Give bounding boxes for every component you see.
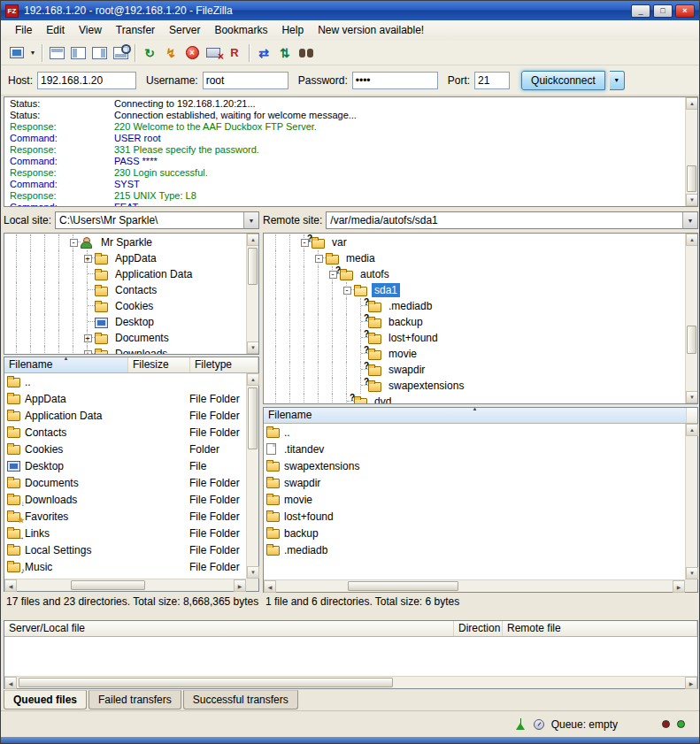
collapse-icon[interactable]: - xyxy=(70,239,78,247)
tree-item[interactable]: +Documents xyxy=(10,330,246,346)
scroll-down-icon[interactable]: ▼ xyxy=(686,567,698,579)
column-header-filename[interactable]: Filename▲ xyxy=(264,408,687,423)
tree-item[interactable]: +Downloads xyxy=(10,346,246,354)
scroll-left-icon[interactable]: ◀ xyxy=(4,579,17,592)
collapse-icon[interactable]: - xyxy=(315,255,323,263)
tree-item[interactable]: +AppData xyxy=(10,250,246,266)
username-input[interactable] xyxy=(203,72,288,89)
tree-item[interactable]: ?movie xyxy=(269,346,685,362)
file-row[interactable]: AppDataFile Folder xyxy=(4,390,246,407)
toggle-message-log-button[interactable] xyxy=(46,43,67,63)
file-row[interactable]: .. xyxy=(264,424,685,441)
scrollbar-thumb[interactable] xyxy=(687,326,696,354)
scroll-left-icon[interactable]: ◀ xyxy=(4,677,17,689)
synchronized-browsing-button[interactable]: ⇅ xyxy=(274,43,296,63)
local-list-hscrollbar[interactable]: ◀ ▶ xyxy=(4,579,246,591)
reconnect-button[interactable]: R xyxy=(224,43,245,63)
tree-item[interactable]: ?.mediadb xyxy=(269,298,685,314)
toggle-local-tree-button[interactable] xyxy=(67,43,88,63)
menu-item-view[interactable]: View xyxy=(72,20,109,41)
disconnect-button[interactable] xyxy=(203,43,224,63)
expand-icon[interactable]: + xyxy=(84,255,92,263)
tree-item[interactable]: -media xyxy=(269,250,685,266)
column-header-server-local-file[interactable]: Server/Local file xyxy=(4,621,454,636)
column-header-remote-file[interactable]: Remote file xyxy=(503,621,697,636)
file-row[interactable]: .titandev xyxy=(264,441,685,457)
file-row[interactable]: ContactsFile Folder xyxy=(4,424,246,441)
menu-item-bookmarks[interactable]: Bookmarks xyxy=(207,20,274,41)
remote-tree-scrollbar[interactable]: ▲ ▼ xyxy=(685,234,697,403)
tree-item[interactable]: ?backup xyxy=(269,314,685,330)
scroll-left-icon[interactable]: ◀ xyxy=(264,580,276,593)
menu-item-server[interactable]: Server xyxy=(162,20,207,41)
menu-item-help[interactable]: Help xyxy=(274,20,311,41)
tree-item[interactable]: ?swapdir xyxy=(269,362,685,378)
local-site-combo[interactable]: C:\Users\Mr Sparkle\ ▼ xyxy=(55,211,259,229)
scrollbar-thumb[interactable] xyxy=(19,678,393,687)
local-list-vscrollbar[interactable]: ▲ ▼ xyxy=(246,373,258,579)
host-input[interactable] xyxy=(37,72,136,89)
tab-successful-transfers[interactable]: Successful transfers xyxy=(183,690,298,709)
process-queue-button[interactable]: ↯ xyxy=(160,43,181,63)
file-row[interactable]: ★FavoritesFile Folder xyxy=(4,508,246,525)
port-input[interactable] xyxy=(474,72,510,89)
toggle-transfer-queue-button[interactable] xyxy=(110,43,131,63)
file-row[interactable]: backup xyxy=(264,525,685,541)
scroll-up-icon[interactable]: ▲ xyxy=(247,373,259,386)
file-row[interactable]: swapdir xyxy=(264,474,685,491)
scrollbar-thumb[interactable] xyxy=(687,165,696,192)
file-row[interactable]: Application DataFile Folder xyxy=(4,407,246,424)
tree-item[interactable]: Application Data xyxy=(10,266,246,282)
remote-list-hscrollbar[interactable]: ◀ ▶ xyxy=(264,579,685,592)
speed-limits-icon[interactable] xyxy=(534,719,544,730)
file-row[interactable]: →LinksFile Folder xyxy=(4,525,246,541)
scrollbar-thumb[interactable] xyxy=(348,581,458,591)
close-button[interactable]: × xyxy=(675,4,695,18)
column-header-filesize[interactable]: Filesize xyxy=(128,357,190,372)
scrollbar-thumb[interactable] xyxy=(248,248,258,285)
queue-hscrollbar[interactable]: ◀ ▶ xyxy=(4,676,697,688)
tab-queued-files[interactable]: Queued files xyxy=(4,690,87,709)
file-row[interactable]: DesktopFile xyxy=(4,457,246,474)
file-row[interactable]: movie xyxy=(264,491,685,508)
remote-list-vscrollbar[interactable]: ▲ ▼ xyxy=(685,424,697,579)
find-files-button[interactable] xyxy=(296,43,317,63)
remote-site-combo[interactable]: /var/media/autofs/sda1 ▼ xyxy=(326,211,698,229)
minimize-button[interactable]: _ xyxy=(631,4,650,18)
local-tree-scrollbar[interactable]: ▲ ▼ xyxy=(246,234,258,354)
scroll-right-icon[interactable]: ▶ xyxy=(673,580,685,593)
tree-item[interactable]: -sda1 xyxy=(269,282,685,298)
tree-item[interactable]: Cookies xyxy=(10,298,246,314)
column-header-direction[interactable]: Direction xyxy=(454,621,503,636)
menu-item-file[interactable]: File xyxy=(8,20,39,41)
tree-item[interactable]: ?lost+found xyxy=(269,330,685,346)
tree-item[interactable]: ?swapextensions xyxy=(269,378,685,394)
file-row[interactable]: .. xyxy=(4,373,246,390)
quickconnect-dropdown-button[interactable]: ▼ xyxy=(610,71,625,90)
file-row[interactable]: ↓DownloadsFile Folder xyxy=(4,491,246,508)
quickconnect-button[interactable]: Quickconnect xyxy=(521,71,605,90)
file-row[interactable]: Local SettingsFile Folder xyxy=(4,541,246,558)
menu-item-transfer[interactable]: Transfer xyxy=(109,20,162,41)
log-scrollbar[interactable]: ▲ ▼ xyxy=(685,97,697,206)
password-input[interactable] xyxy=(352,72,438,89)
scroll-down-icon[interactable]: ▼ xyxy=(686,391,698,403)
expand-icon[interactable]: + xyxy=(84,350,92,355)
menu-item-new-version-available[interactable]: New version available! xyxy=(311,20,431,41)
dropdown-icon[interactable]: ▼ xyxy=(682,212,697,228)
scroll-right-icon[interactable]: ▶ xyxy=(234,579,246,592)
tree-item[interactable]: Desktop xyxy=(10,314,246,330)
tree-item[interactable]: -?autofs xyxy=(269,266,685,282)
tree-item[interactable]: Contacts xyxy=(10,282,246,298)
menu-item-edit[interactable]: Edit xyxy=(39,20,72,41)
toggle-remote-tree-button[interactable] xyxy=(88,43,110,63)
file-row[interactable]: swapextensions xyxy=(264,457,685,474)
tree-item[interactable]: -?var xyxy=(269,234,685,250)
file-row[interactable]: .mediadb xyxy=(264,541,685,558)
tree-item[interactable]: -Mr Sparkle xyxy=(10,234,246,250)
column-header-filetype[interactable]: Filetype xyxy=(190,357,258,372)
scroll-down-icon[interactable]: ▼ xyxy=(686,194,698,206)
dropdown-icon[interactable]: ▼ xyxy=(243,212,258,228)
scroll-right-icon[interactable]: ▶ xyxy=(685,677,697,689)
file-row[interactable]: CookiesFolder xyxy=(4,441,246,457)
